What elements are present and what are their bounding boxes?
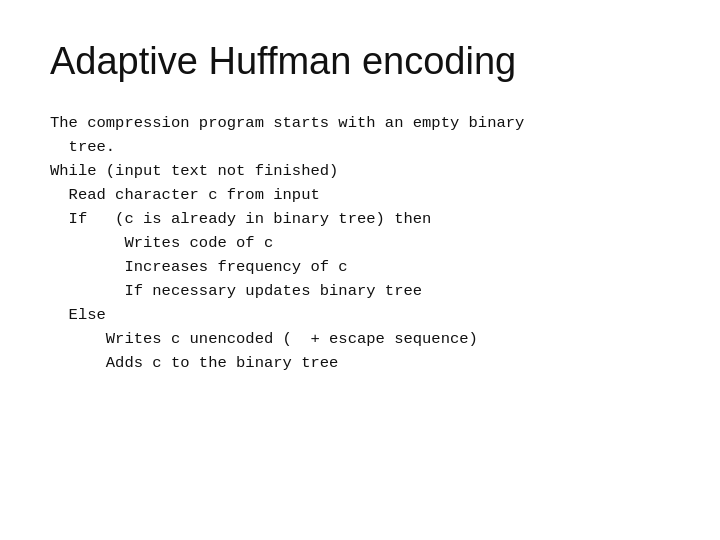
page-title: Adaptive Huffman encoding <box>50 40 670 83</box>
code-block: The compression program starts with an e… <box>50 111 670 375</box>
page: Adaptive Huffman encoding The compressio… <box>0 0 720 540</box>
